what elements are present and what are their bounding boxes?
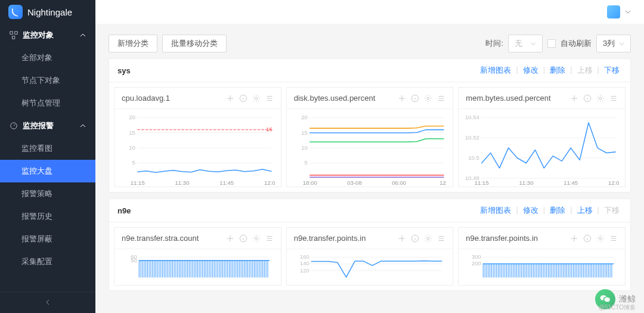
dashboard-group: sys 新增图表| 修改| 删除| 上移| 下移 cpu.loadavg.1 5… — [109, 58, 631, 193]
time-select[interactable]: 无 — [508, 35, 543, 52]
svg-text:10.54: 10.54 — [465, 114, 480, 120]
plus-icon[interactable] — [226, 234, 234, 243]
sidebar-item-monitor-dashboard[interactable]: 监控大盘 — [0, 160, 95, 182]
sidebar-group-monitor-alert[interactable]: 监控报警 — [0, 114, 95, 137]
info-icon[interactable] — [239, 94, 247, 103]
svg-text:20: 20 — [301, 114, 308, 120]
svg-text:200: 200 — [472, 261, 481, 266]
plus-icon[interactable] — [570, 94, 578, 103]
sidebar-item-alert-history[interactable]: 报警历史 — [0, 205, 95, 228]
chart-card: n9e.transfer.stra.count 5060 — [114, 227, 281, 286]
svg-text:11:45: 11:45 — [564, 179, 578, 186]
card-title: cpu.loadavg.1 — [122, 94, 170, 103]
svg-text:10.5: 10.5 — [469, 154, 480, 161]
plus-icon[interactable] — [226, 94, 234, 103]
sidebar-item-tree-mgmt[interactable]: 树节点管理 — [0, 92, 95, 114]
svg-text:12:00: 12:00 — [264, 179, 275, 186]
sidebar-item-monitor-chart[interactable]: 监控看图 — [0, 137, 95, 160]
sidebar-item-all-objects[interactable]: 全部对象 — [0, 47, 95, 69]
gear-icon[interactable] — [596, 94, 605, 103]
action-move-down: 下移 — [602, 205, 622, 216]
svg-point-35 — [599, 97, 602, 100]
card-title: mem.bytes.used.percent — [466, 94, 550, 103]
svg-text:12:: 12: — [439, 179, 447, 186]
info-icon[interactable] — [239, 234, 247, 243]
sidebar-group-monitor-objects[interactable]: 监控对象 — [0, 24, 95, 47]
chevron-up-icon — [80, 32, 86, 38]
svg-text:12:00: 12:00 — [608, 179, 619, 186]
sidebar-item-collect-config[interactable]: 采集配置 — [0, 250, 95, 273]
group-actions: 新增图表| 修改| 删除| 上移| 下移 — [478, 205, 622, 216]
info-icon[interactable] — [583, 94, 592, 103]
action-add-chart[interactable]: 新增图表 — [478, 65, 513, 76]
chart-area: 51015201611:1511:3011:4512:00 — [114, 109, 281, 187]
svg-text:15: 15 — [301, 129, 308, 136]
bulk-move-button[interactable]: 批量移动分类 — [162, 35, 227, 52]
sidebar-item-alert-strategy[interactable]: 报警策略 — [0, 182, 95, 205]
gear-icon[interactable] — [252, 94, 261, 103]
gear-icon[interactable] — [252, 234, 261, 243]
sidebar: Nightingale 监控对象 全部对象 节点下对象 树节点管理 监控报警 监… — [0, 0, 95, 313]
dashboard-icon — [10, 122, 18, 130]
action-delete[interactable]: 删除 — [547, 65, 568, 76]
sidebar-item-alert-mute[interactable]: 报警屏蔽 — [0, 228, 95, 250]
list-icon[interactable] — [609, 234, 618, 243]
info-icon[interactable] — [411, 94, 419, 103]
list-icon[interactable] — [265, 234, 274, 243]
chart-area: 10.4810.510.5210.5411:1511:3011:4512:00 — [459, 109, 625, 187]
card-tool-icons — [398, 94, 445, 103]
svg-text:5: 5 — [304, 159, 307, 166]
user-avatar[interactable] — [607, 5, 620, 18]
svg-rect-2 — [12, 36, 14, 39]
time-select-value: 无 — [515, 38, 522, 49]
gear-icon[interactable] — [424, 94, 432, 103]
cards-row: n9e.transfer.stra.count 5060 n9e.transfe… — [109, 222, 630, 290]
svg-text:10: 10 — [301, 144, 308, 151]
columns-select[interactable]: 3列 — [596, 35, 631, 52]
add-category-button[interactable]: 新增分类 — [109, 35, 157, 52]
plus-icon[interactable] — [398, 94, 406, 103]
plus-icon[interactable] — [398, 234, 406, 243]
svg-text:10: 10 — [129, 144, 135, 151]
action-edit[interactable]: 修改 — [521, 65, 541, 76]
sidebar-nav: 监控对象 全部对象 节点下对象 树节点管理 监控报警 监控看图 监控大盘 报警策… — [0, 24, 95, 292]
action-move-up[interactable]: 上移 — [575, 205, 595, 216]
info-icon[interactable] — [583, 234, 592, 243]
card-tool-icons — [398, 234, 445, 243]
action-add-chart[interactable]: 新增图表 — [478, 205, 513, 216]
content: 新增分类 批量移动分类 时间: 无 自动刷新 3列 — [95, 24, 644, 302]
svg-rect-0 — [10, 32, 13, 34]
action-move-down[interactable]: 下移 — [602, 65, 622, 76]
auto-refresh-checkbox[interactable] — [547, 39, 556, 48]
list-icon[interactable] — [437, 234, 445, 243]
group-title: n9e — [117, 206, 131, 215]
card-tool-icons — [570, 94, 618, 103]
group-title: sys — [117, 66, 131, 75]
svg-text:140: 140 — [300, 261, 309, 266]
list-icon[interactable] — [437, 94, 445, 103]
chevron-down-icon[interactable] — [625, 9, 631, 15]
plus-icon[interactable] — [570, 234, 578, 243]
svg-text:15: 15 — [129, 129, 135, 136]
main: 新增分类 批量移动分类 时间: 无 自动刷新 3列 — [95, 0, 644, 313]
gear-icon[interactable] — [596, 234, 605, 243]
svg-point-21 — [427, 97, 429, 100]
sidebar-collapse-button[interactable] — [0, 292, 95, 313]
action-edit[interactable]: 修改 — [521, 205, 541, 216]
action-delete[interactable]: 删除 — [547, 205, 568, 216]
sidebar-item-node-objects[interactable]: 节点下对象 — [0, 69, 95, 92]
gear-icon[interactable] — [424, 234, 432, 243]
list-icon[interactable] — [265, 94, 274, 103]
brand-name: Nightingale — [27, 7, 72, 17]
svg-text:11:30: 11:30 — [519, 179, 534, 186]
card-title: n9e.transfer.stra.count — [122, 234, 199, 243]
list-icon[interactable] — [609, 94, 618, 103]
chart-card: cpu.loadavg.1 51015201611:1511:3011:4512… — [114, 87, 281, 187]
dashboard-group: n9e 新增图表| 修改| 删除| 上移| 下移 n9e.transfer.st… — [109, 199, 631, 291]
svg-text:03-08: 03-08 — [347, 179, 362, 186]
svg-text:11:15: 11:15 — [131, 179, 145, 186]
svg-rect-1 — [15, 32, 17, 34]
info-icon[interactable] — [411, 234, 419, 243]
chart-area: 200300 — [459, 249, 625, 285]
svg-point-56 — [427, 237, 429, 240]
